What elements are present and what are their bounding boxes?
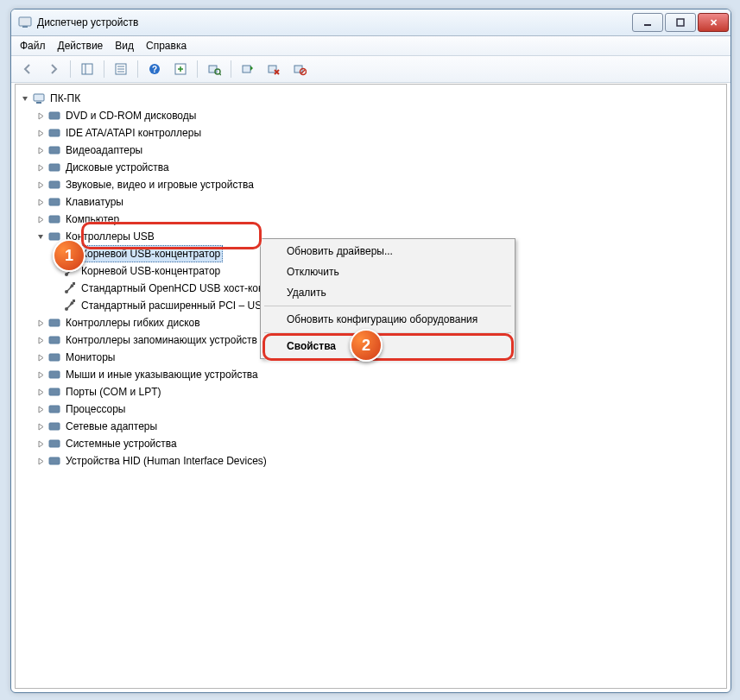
context-menu-item[interactable]: Обновить конфигурацию оборудования bbox=[262, 309, 513, 330]
expander-icon[interactable] bbox=[36, 336, 46, 345]
tree-category[interactable]: Порты (COM и LPT) bbox=[35, 383, 723, 400]
svg-rect-46 bbox=[49, 440, 60, 447]
tree-category[interactable]: Мыши и иные указывающие устройства bbox=[35, 366, 723, 383]
tree-category[interactable]: Сетевые адаптеры bbox=[35, 418, 723, 435]
svg-rect-43 bbox=[49, 388, 60, 395]
tree-category[interactable]: Компьютер bbox=[35, 211, 723, 228]
svg-rect-24 bbox=[49, 129, 60, 136]
tree-category[interactable]: Устройства HID (Human Interface Devices) bbox=[35, 452, 723, 470]
usb-device-icon bbox=[63, 247, 77, 261]
computer-icon bbox=[32, 91, 46, 105]
window-title: Диспетчер устройств bbox=[37, 16, 632, 28]
disable-button[interactable] bbox=[288, 58, 311, 80]
expander-icon[interactable] bbox=[36, 129, 46, 138]
tree-category[interactable]: Процессоры bbox=[35, 400, 723, 418]
menu-view[interactable]: Вид bbox=[115, 40, 134, 52]
scan-hardware-button[interactable] bbox=[203, 58, 225, 80]
context-menu-item[interactable]: Свойства bbox=[262, 336, 513, 356]
tree-category-label: Мыши и иные указывающие устройства bbox=[63, 366, 261, 383]
device-category-icon bbox=[47, 402, 61, 416]
expander-icon[interactable] bbox=[36, 180, 46, 190]
titlebar: Диспетчер устройств ✕ bbox=[11, 9, 731, 36]
expander-icon[interactable] bbox=[36, 146, 46, 155]
device-category-icon bbox=[47, 195, 61, 209]
tree-category-label: DVD и CD-ROM дисководы bbox=[63, 107, 199, 124]
toolbar: ? bbox=[11, 56, 731, 83]
menu-help[interactable]: Справка bbox=[146, 40, 187, 52]
action-button[interactable] bbox=[169, 58, 192, 80]
menu-file[interactable]: Файл bbox=[20, 40, 46, 52]
svg-rect-47 bbox=[49, 457, 60, 464]
svg-rect-23 bbox=[49, 112, 60, 119]
tree-category[interactable]: Дисковые устройства bbox=[35, 159, 723, 176]
expander-icon[interactable] bbox=[36, 388, 46, 397]
expander-icon[interactable] bbox=[36, 163, 46, 173]
tree-category[interactable]: Видеоадаптеры bbox=[35, 142, 723, 159]
tree-category[interactable]: Системные устройства bbox=[35, 435, 723, 452]
tree-category[interactable]: IDE ATA/ATAPI контроллеры bbox=[35, 124, 723, 142]
svg-rect-2 bbox=[644, 24, 651, 26]
tree-category-label: Порты (COM и LPT) bbox=[63, 383, 164, 400]
expander-icon[interactable] bbox=[36, 457, 46, 466]
context-menu-item[interactable]: Обновить драйверы... bbox=[262, 241, 513, 262]
update-driver-button[interactable] bbox=[237, 58, 259, 80]
svg-rect-25 bbox=[49, 147, 60, 154]
svg-rect-26 bbox=[49, 164, 60, 171]
nav-back-button[interactable] bbox=[16, 58, 39, 80]
tree-category-label: Видеоадаптеры bbox=[63, 142, 145, 159]
expander-icon[interactable] bbox=[36, 215, 46, 224]
minimize-button[interactable] bbox=[632, 13, 663, 32]
svg-rect-1 bbox=[22, 26, 28, 28]
svg-rect-38 bbox=[73, 300, 75, 302]
nav-forward-button[interactable] bbox=[42, 58, 65, 80]
help-button[interactable]: ? bbox=[143, 58, 166, 80]
expander-icon[interactable] bbox=[36, 111, 46, 121]
tree-root-label: ПК-ПК bbox=[47, 90, 83, 107]
tree-category[interactable]: DVD и CD-ROM дисководы bbox=[35, 107, 723, 124]
svg-rect-21 bbox=[34, 94, 44, 101]
device-category-icon bbox=[47, 437, 61, 451]
tree-device-label: Корневой USB-концентратор bbox=[79, 245, 223, 262]
device-category-icon bbox=[47, 230, 61, 243]
properties-button[interactable] bbox=[110, 58, 132, 80]
maximize-button[interactable] bbox=[665, 13, 696, 32]
tree-category-label: Устройства HID (Human Interface Devices) bbox=[63, 452, 269, 470]
device-category-icon bbox=[47, 126, 61, 140]
expander-icon[interactable] bbox=[36, 405, 46, 414]
tree-category[interactable]: Звуковые, видео и игровые устройства bbox=[35, 176, 723, 193]
usb-device-icon bbox=[63, 264, 77, 278]
app-icon bbox=[18, 16, 32, 29]
svg-rect-22 bbox=[36, 102, 41, 104]
context-menu-item[interactable]: Отключить bbox=[262, 262, 513, 282]
context-menu: Обновить драйверы...ОтключитьУдалитьОбно… bbox=[260, 238, 515, 359]
expander-icon[interactable] bbox=[36, 353, 46, 363]
menu-action[interactable]: Действие bbox=[58, 40, 104, 52]
svg-rect-4 bbox=[82, 64, 92, 74]
device-category-icon bbox=[47, 419, 61, 433]
close-button[interactable]: ✕ bbox=[698, 13, 729, 32]
device-category-icon bbox=[47, 385, 61, 399]
svg-rect-45 bbox=[49, 423, 60, 430]
device-category-icon bbox=[47, 454, 61, 468]
svg-rect-0 bbox=[19, 17, 31, 26]
tree-root-node[interactable]: ПК-ПК bbox=[19, 90, 723, 107]
device-category-icon bbox=[47, 316, 61, 330]
expander-icon[interactable] bbox=[36, 370, 46, 380]
tree-category-label: Контроллеры запоминающих устройств bbox=[63, 331, 260, 349]
tree-category[interactable]: Клавиатуры bbox=[35, 193, 723, 211]
expander-icon[interactable] bbox=[36, 198, 46, 207]
expander-icon[interactable] bbox=[36, 439, 46, 449]
show-tree-button[interactable] bbox=[76, 58, 98, 80]
context-menu-item[interactable]: Удалить bbox=[262, 282, 513, 303]
uninstall-button[interactable] bbox=[262, 58, 285, 80]
svg-text:?: ? bbox=[152, 65, 157, 74]
tree-category-label: Контроллеры гибких дисков bbox=[63, 314, 203, 331]
expander-icon[interactable] bbox=[36, 232, 46, 242]
expander-icon[interactable] bbox=[36, 318, 46, 328]
device-category-icon bbox=[47, 368, 61, 382]
device-tree-panel[interactable]: ПК-ПКDVD и CD-ROM дисководыIDE ATA/ATAPI… bbox=[15, 84, 727, 689]
svg-rect-40 bbox=[49, 337, 60, 344]
device-category-icon bbox=[47, 333, 61, 347]
expander-icon[interactable] bbox=[21, 94, 30, 104]
expander-icon[interactable] bbox=[36, 422, 46, 432]
